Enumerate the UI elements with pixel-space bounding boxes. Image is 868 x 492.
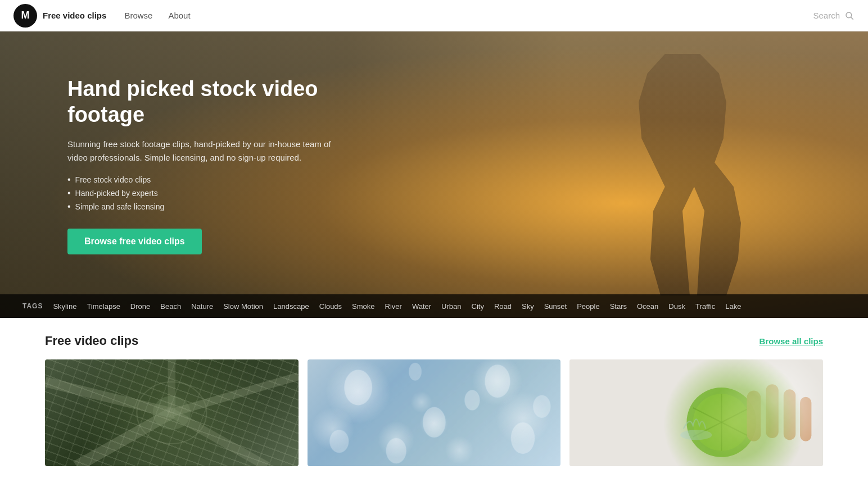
svg-point-19 <box>687 388 757 457</box>
tag-clouds[interactable]: Clouds <box>319 302 342 311</box>
tag-people[interactable]: People <box>577 302 599 311</box>
svg-rect-24 <box>747 391 761 441</box>
tag-sunset[interactable]: Sunset <box>544 302 567 311</box>
svg-rect-27 <box>800 397 811 441</box>
search-text: Search <box>813 11 840 20</box>
browse-clips-button[interactable]: Browse free video clips <box>67 229 202 254</box>
clip-3-svg <box>569 359 823 466</box>
svg-point-16 <box>533 395 551 418</box>
main-nav: Browse About <box>124 11 190 20</box>
svg-point-9 <box>344 370 372 405</box>
browse-all-link[interactable]: Browse all clips <box>760 336 823 346</box>
header: M Free video clips Browse About Search <box>0 0 868 31</box>
svg-line-2 <box>45 382 171 413</box>
hero-bullet-2: Hand-picked by experts <box>67 188 337 198</box>
tag-lake[interactable]: Lake <box>725 302 741 311</box>
search-icon <box>844 11 855 21</box>
clip-1-svg <box>45 359 299 466</box>
tag-skyline[interactable]: Skyline <box>53 302 76 311</box>
tag-sky[interactable]: Sky <box>522 302 534 311</box>
hero-title: Hand picked stock video footage <box>67 76 337 127</box>
tag-landscape[interactable]: Landscape <box>273 302 309 311</box>
svg-line-23 <box>693 408 750 437</box>
svg-line-5 <box>171 413 266 466</box>
svg-point-8 <box>137 382 206 444</box>
tag-nature[interactable]: Nature <box>191 302 213 311</box>
svg-point-14 <box>329 430 349 453</box>
tags-label: TAGS <box>22 302 43 310</box>
clips-header: Free video clips Browse all clips <box>45 334 823 348</box>
hero-description: Stunning free stock footage clips, hand-… <box>67 138 337 165</box>
clip-2-svg <box>308 359 561 466</box>
svg-point-17 <box>409 363 422 381</box>
svg-line-22 <box>693 408 750 437</box>
tag-road[interactable]: Road <box>494 302 512 311</box>
tag-urban[interactable]: Urban <box>441 302 461 311</box>
svg-point-28 <box>680 430 712 440</box>
svg-point-20 <box>693 394 750 450</box>
tag-dusk[interactable]: Dusk <box>668 302 685 311</box>
tag-beach[interactable]: Beach <box>160 302 181 311</box>
svg-point-0 <box>846 12 852 18</box>
svg-point-13 <box>510 422 535 454</box>
tag-water[interactable]: Water <box>412 302 431 311</box>
tag-drone[interactable]: Drone <box>130 302 150 311</box>
site-title: Free video clips <box>43 11 106 20</box>
svg-point-15 <box>464 390 480 410</box>
nav-about[interactable]: About <box>168 11 190 20</box>
tag-traffic[interactable]: Traffic <box>695 302 715 311</box>
clips-section-title: Free video clips <box>45 334 138 348</box>
clip-card-citrus-squeeze[interactable] <box>569 359 823 466</box>
svg-point-7 <box>153 396 191 430</box>
svg-point-10 <box>423 407 446 438</box>
svg-rect-25 <box>766 384 779 438</box>
svg-rect-26 <box>784 389 795 440</box>
hero-section: Hand picked stock video footage Stunning… <box>0 31 868 318</box>
hero-bullets: Free stock video clips Hand-picked by ex… <box>67 175 337 212</box>
tag-city[interactable]: City <box>472 302 484 311</box>
clips-section: Free video clips Browse all clips <box>0 318 868 489</box>
svg-point-11 <box>485 365 510 398</box>
tag-ocean[interactable]: Ocean <box>637 302 658 311</box>
clips-grid <box>45 359 823 466</box>
svg-line-4 <box>76 413 171 466</box>
logo-area[interactable]: M Free video clips <box>13 4 106 28</box>
hero-content: Hand picked stock video footage Stunning… <box>0 31 337 254</box>
hero-bullet-3: Simple and safe licensing <box>67 202 337 212</box>
hero-bullet-1: Free stock video clips <box>67 175 337 185</box>
tag-timelapse[interactable]: Timelapse <box>87 302 120 311</box>
tag-stars[interactable]: Stars <box>610 302 627 311</box>
logo-icon: M <box>13 4 37 28</box>
tag-slow-motion[interactable]: Slow Motion <box>223 302 263 311</box>
tag-river[interactable]: River <box>385 302 402 311</box>
svg-point-12 <box>386 438 406 463</box>
svg-line-1 <box>851 17 853 19</box>
tag-smoke[interactable]: Smoke <box>352 302 374 311</box>
clip-card-aerial-highway[interactable] <box>45 359 299 466</box>
search-area[interactable]: Search <box>813 11 855 21</box>
svg-rect-18 <box>569 359 823 466</box>
svg-line-3 <box>171 376 298 413</box>
clip-card-water-drops[interactable] <box>308 359 561 466</box>
tags-bar: TAGS Skyline Timelapse Drone Beach Natur… <box>0 294 868 318</box>
nav-browse[interactable]: Browse <box>124 11 152 20</box>
